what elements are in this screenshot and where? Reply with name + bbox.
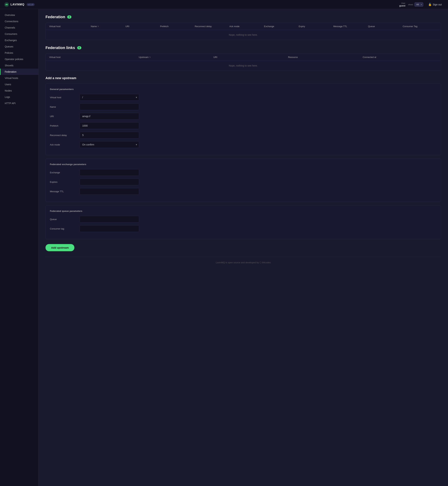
exchange-input[interactable]	[80, 169, 139, 176]
sign-out-button[interactable]: 🔓 Sign out	[426, 2, 444, 7]
sign-out-label: Sign out	[433, 3, 442, 6]
federation-badge: 0	[67, 16, 72, 19]
exchange-label: Exchange	[50, 171, 76, 174]
vhost-selector: vhost: All /	[408, 2, 423, 7]
general-parameters-section: General paramenters Virtual host / All N…	[46, 83, 441, 155]
sign-out-icon: 🔓	[428, 3, 432, 6]
queue-input[interactable]	[80, 216, 139, 223]
col-uri: URI	[126, 25, 160, 28]
topbar-left: LAVINMQ v2.1.0	[4, 2, 35, 7]
ack-mode-label: Ack mode	[50, 143, 76, 146]
reconnect-delay-label: Reconnect delay	[50, 134, 76, 137]
col-queue: Queue	[368, 25, 403, 28]
name-input[interactable]	[80, 104, 139, 110]
sidebar-item-users[interactable]: Users	[0, 81, 38, 88]
exchange-parameters-section: Federated exchange parameters Exchange E…	[46, 159, 441, 202]
consumer-tag-input[interactable]	[80, 225, 139, 232]
main-content: Federation 0 Virtual host Name ⇅ URI Pre…	[39, 9, 448, 486]
message-ttl-input[interactable]	[80, 188, 139, 195]
sidebar-item-virtual-hosts[interactable]: Virtual hosts	[0, 75, 38, 81]
col-virtual-host: Virtual host	[49, 25, 91, 28]
uri-input[interactable]	[80, 113, 139, 120]
sidebar-item-http-api[interactable]: HTTP API	[0, 100, 38, 106]
queue-section-title: Federated queue parameters	[50, 210, 437, 212]
general-section-title: General paramenters	[50, 88, 437, 90]
uri-label: URI	[50, 115, 76, 118]
virtual-host-label: Virtual host	[50, 96, 76, 99]
expires-label: Expires	[50, 181, 76, 183]
links-col-uri: URI	[213, 56, 288, 58]
vhost-wrapper[interactable]: All /	[414, 2, 423, 7]
sidebar-item-queues[interactable]: Queues	[0, 43, 38, 50]
reconnect-delay-input[interactable]	[80, 132, 139, 138]
federation-title: Federation	[46, 15, 65, 19]
topbar-right: User guest vhost: All / 🔓 Sign out	[399, 2, 444, 7]
footer-text: LavinMQ is open source and developed by	[216, 261, 259, 264]
sidebar-item-logs[interactable]: Logs	[0, 94, 38, 100]
version-badge: v2.1.0	[27, 3, 35, 6]
sidebar-item-shovels[interactable]: Shovels	[0, 62, 38, 69]
consumer-tag-label: Consumer tag	[50, 227, 76, 230]
name-label: Name	[50, 105, 76, 108]
prefetch-label: Prefetch	[50, 124, 76, 127]
ack-mode-select-wrapper[interactable]: On confirm On publish No ack	[80, 141, 139, 148]
user-label: User	[399, 2, 406, 4]
col-prefetch: Prefetch	[160, 25, 195, 28]
consumer-tag-row: Consumer tag	[50, 225, 437, 232]
links-col-resource: Resource	[288, 56, 363, 58]
add-upstream-section: Add a new upstream General paramenters V…	[46, 76, 441, 251]
app-name: LAVINMQ	[10, 3, 24, 6]
col-name[interactable]: Name ⇅	[91, 25, 126, 28]
sidebar-item-federation[interactable]: Federation	[0, 69, 38, 75]
sort-icon: ⇅	[97, 25, 99, 27]
sidebar-item-channels[interactable]: Channels	[0, 24, 38, 31]
message-ttl-label: Message TTL	[50, 190, 76, 193]
user-name: guest	[399, 4, 406, 7]
queue-parameters-section: Federated queue parameters Queue Consume…	[46, 205, 441, 239]
virtual-host-select[interactable]: / All	[80, 94, 139, 101]
uri-row: URI	[50, 113, 437, 120]
sidebar-item-operator-policies[interactable]: Operator policies	[0, 56, 38, 62]
sidebar-item-overview[interactable]: Overview	[0, 12, 38, 18]
topbar: LAVINMQ v2.1.0 User guest vhost: All / 🔓…	[0, 0, 448, 9]
sidebar-item-policies[interactable]: Policies	[0, 50, 38, 56]
svg-point-0	[4, 2, 9, 7]
expires-input[interactable]	[80, 178, 139, 185]
sidebar-item-consumers[interactable]: Consumers	[0, 31, 38, 37]
virtual-host-row: Virtual host / All	[50, 94, 437, 101]
add-upstream-button[interactable]: Add upstream	[46, 244, 74, 251]
links-col-virtual-host: Virtual host	[49, 56, 139, 58]
exchange-row: Exchange	[50, 169, 437, 176]
federation-links-title: Federation links	[46, 46, 75, 50]
col-message-ttl: Message TTL	[333, 25, 368, 28]
federation-links-table: Virtual host Upstream ⇅ URI Resource Con…	[46, 54, 441, 71]
links-col-connected-at: Connected at	[363, 56, 437, 58]
layout: Overview Connections Channels Consumers …	[0, 9, 448, 486]
prefetch-row: Prefetch	[50, 122, 437, 129]
ack-mode-select[interactable]: On confirm On publish No ack	[80, 141, 139, 148]
vhost-select[interactable]: All /	[414, 2, 423, 7]
federation-links-header: Federation links 0	[46, 46, 441, 50]
sidebar-item-connections[interactable]: Connections	[0, 18, 38, 24]
user-info: User guest	[399, 2, 406, 7]
sidebar: Overview Connections Channels Consumers …	[0, 9, 39, 486]
logo-icon	[4, 2, 9, 7]
reconnect-delay-row: Reconnect delay	[50, 132, 437, 138]
col-reconnect-delay: Reconnect delay	[195, 25, 229, 28]
virtual-host-select-wrapper[interactable]: / All	[80, 94, 139, 101]
federation-links-badge: 0	[77, 46, 81, 49]
vhost-label: vhost:	[408, 3, 413, 6]
federation-table: Virtual host Name ⇅ URI Prefetch Reconne…	[46, 23, 441, 40]
federation-links-empty-message: Nope, nothing to see here.	[46, 61, 441, 71]
prefetch-input[interactable]	[80, 122, 139, 129]
name-row: Name	[50, 104, 437, 110]
footer: LavinMQ is open source and developed by …	[46, 257, 441, 268]
col-ack-mode: Ack mode	[229, 25, 264, 28]
federation-links-table-header: Virtual host Upstream ⇅ URI Resource Con…	[46, 54, 441, 61]
sidebar-item-exchanges[interactable]: Exchanges	[0, 37, 38, 43]
col-exchange: Exchange	[264, 25, 299, 28]
links-col-upstream[interactable]: Upstream ⇅	[139, 56, 214, 58]
links-sort-icon: ⇅	[149, 56, 151, 58]
sidebar-item-nodes[interactable]: Nodes	[0, 88, 38, 94]
expires-row: Expires	[50, 178, 437, 185]
